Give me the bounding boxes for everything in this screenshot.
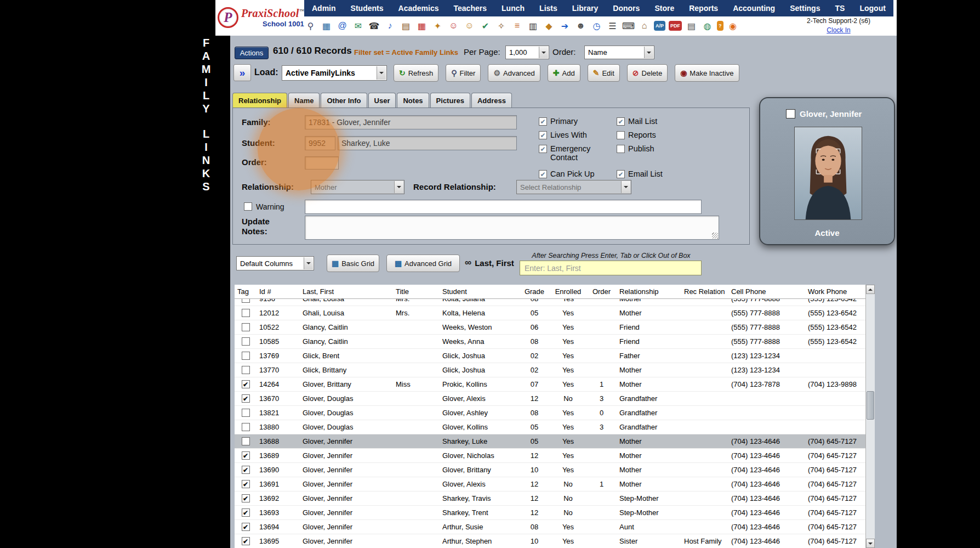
phone-icon[interactable]: ☎: [367, 19, 381, 33]
row-tag-checkbox[interactable]: ✔: [242, 394, 250, 403]
scroll-thumb[interactable]: [867, 391, 874, 420]
row-tag-checkbox[interactable]: [242, 323, 250, 331]
column-header-order[interactable]: Order: [586, 285, 617, 298]
tab-other-info[interactable]: Other Info: [321, 93, 367, 108]
row-tag-checkbox[interactable]: ✔: [242, 480, 250, 488]
checkbox-publish[interactable]: Publish: [617, 144, 682, 170]
export-icon[interactable]: ➔: [557, 19, 572, 33]
row-tag-checkbox[interactable]: ✔: [242, 380, 250, 388]
ap-badge-icon[interactable]: A/P: [654, 21, 665, 31]
nav-item-reports[interactable]: Reports: [689, 4, 718, 13]
wand-icon[interactable]: ✧: [494, 19, 509, 33]
people-icon[interactable]: ☻: [573, 19, 588, 33]
list-icon[interactable]: ☰: [605, 19, 620, 33]
warning-checkbox[interactable]: [244, 202, 252, 211]
tab-notes[interactable]: Notes: [397, 93, 429, 108]
nav-item-lunch[interactable]: Lunch: [502, 4, 525, 13]
tab-name[interactable]: Name: [288, 93, 320, 108]
tab-user[interactable]: User: [368, 93, 396, 108]
tab-relationship[interactable]: Relationship: [232, 93, 287, 108]
column-header-relationship[interactable]: Relationship: [617, 285, 681, 298]
table-row[interactable]: 13880Glover, DouglasGlover, Kollins05Yes…: [235, 420, 865, 434]
lunch-icon[interactable]: ≡: [510, 19, 525, 33]
search-icon[interactable]: ⚲: [303, 19, 318, 33]
nav-item-settings[interactable]: Settings: [790, 4, 820, 13]
table-row[interactable]: 10522Glancy, CaitlinWeeks, Weston06YesFr…: [235, 320, 865, 335]
help-icon[interactable]: ?: [717, 21, 723, 31]
checkbox-reports[interactable]: Reports: [617, 131, 682, 144]
attendance-icon[interactable]: ✔: [478, 19, 493, 33]
column-header-work-phone[interactable]: Work Phone: [805, 285, 865, 298]
record-relationship-select[interactable]: Select Relationship: [516, 180, 631, 194]
nav-item-logout[interactable]: Logout: [859, 4, 885, 13]
advanced-button[interactable]: ⚙Advanced: [488, 64, 540, 82]
column-header-last-first[interactable]: Last, First: [300, 285, 393, 298]
search-input[interactable]: [520, 261, 702, 275]
folder-icon[interactable]: ⌂: [637, 19, 652, 33]
print-icon[interactable]: ▤: [684, 19, 699, 33]
nav-item-academics[interactable]: Academics: [398, 4, 439, 13]
row-tag-checkbox[interactable]: [242, 366, 250, 374]
edit-button[interactable]: ✎Edit: [588, 64, 620, 82]
row-tag-checkbox[interactable]: ✔: [242, 509, 250, 517]
filter-button[interactable]: ⚲Filter: [446, 64, 481, 82]
table-row[interactable]: ✔13692Glover, JenniferSharkey, Travis12N…: [235, 491, 865, 506]
student-id-input[interactable]: [305, 136, 335, 150]
column-header-title[interactable]: Title: [393, 285, 440, 298]
nav-item-donors[interactable]: Donors: [613, 4, 640, 13]
columns-select[interactable]: Default Columns: [236, 256, 314, 270]
profile-tag-checkbox[interactable]: [786, 109, 795, 118]
table-row[interactable]: ✔14264Glover, BrittanyMissProkic, Kollin…: [235, 377, 865, 392]
calculator-icon[interactable]: ▥: [526, 19, 540, 33]
megaphone-icon[interactable]: ✦: [430, 19, 445, 33]
refresh-button[interactable]: ↻Refresh: [394, 64, 438, 82]
film-icon[interactable]: ▤: [398, 19, 413, 33]
load-select[interactable]: Active FamilyLinks: [282, 65, 387, 81]
row-tag-checkbox[interactable]: [242, 337, 250, 346]
update-notes-textarea[interactable]: [305, 216, 719, 240]
checkbox-mail-list[interactable]: ✔Mail List: [617, 117, 682, 131]
parent-icon[interactable]: ☺: [462, 19, 477, 33]
clock-in-link[interactable]: Clock In: [827, 26, 850, 34]
nav-item-library[interactable]: Library: [572, 4, 598, 13]
info-icon[interactable]: ◉: [726, 19, 740, 33]
student-icon[interactable]: ☺: [446, 19, 461, 33]
nav-item-lists[interactable]: Lists: [539, 4, 557, 13]
nav-item-ts[interactable]: TS: [835, 4, 845, 13]
column-header-enrolled[interactable]: Enrolled: [550, 285, 586, 298]
keyboard-icon[interactable]: ⌨: [621, 19, 636, 33]
nav-item-accounting[interactable]: Accounting: [733, 4, 775, 13]
table-row[interactable]: 13770Glick, BrittanyGlick, Joshua02YesMo…: [235, 363, 865, 377]
row-tag-checkbox[interactable]: ✔: [242, 466, 250, 474]
table-row[interactable]: ✔13693Glover, JenniferSharkey, Trent12No…: [235, 506, 865, 520]
table-row[interactable]: ✔13689Glover, JenniferGlover, Nicholas12…: [235, 449, 865, 463]
nav-item-store[interactable]: Store: [654, 4, 674, 13]
row-tag-checkbox[interactable]: [242, 437, 250, 445]
grid-icon[interactable]: ▦: [319, 19, 334, 33]
pdf-icon[interactable]: PDF: [669, 21, 682, 31]
row-tag-checkbox[interactable]: ✔: [242, 523, 250, 531]
column-header-id[interactable]: Id #: [257, 285, 300, 298]
column-header-student[interactable]: Student: [440, 285, 519, 298]
table-row[interactable]: ✔13694Glover, JenniferArthur, Susie08Yes…: [235, 520, 865, 534]
row-tag-checkbox[interactable]: [242, 423, 250, 431]
row-tag-checkbox[interactable]: ✔: [242, 494, 250, 502]
warning-input[interactable]: [305, 200, 702, 214]
table-row[interactable]: 13688Glover, JenniferSharkey, Luke05YesM…: [235, 434, 865, 449]
row-tag-checkbox[interactable]: ✔: [242, 451, 250, 460]
actions-button[interactable]: Actions: [235, 47, 269, 59]
tab-pictures[interactable]: Pictures: [430, 93, 470, 108]
make-inactive-button[interactable]: ◉Make Inactive: [675, 64, 739, 82]
tab-address[interactable]: Address: [471, 93, 512, 108]
calendar-icon[interactable]: ▦: [414, 19, 429, 33]
clock-icon[interactable]: ◷: [589, 19, 604, 33]
table-row[interactable]: 13821Glover, DouglasGlover, Ashley08Yes0…: [235, 406, 865, 420]
nav-item-students[interactable]: Students: [351, 4, 384, 13]
globe-icon[interactable]: ◍: [700, 19, 715, 33]
relationship-select[interactable]: Mother: [311, 180, 404, 194]
column-header-rec-relation[interactable]: Rec Relation: [681, 285, 728, 298]
nav-item-admin[interactable]: Admin: [312, 4, 336, 13]
basic-grid-button[interactable]: ▦ Basic Grid: [327, 255, 379, 272]
checkbox-lives-with[interactable]: ✔Lives With: [539, 131, 616, 144]
table-row[interactable]: 10585Glancy, CaitlinWeeks, Anna08YesFrie…: [235, 335, 865, 349]
